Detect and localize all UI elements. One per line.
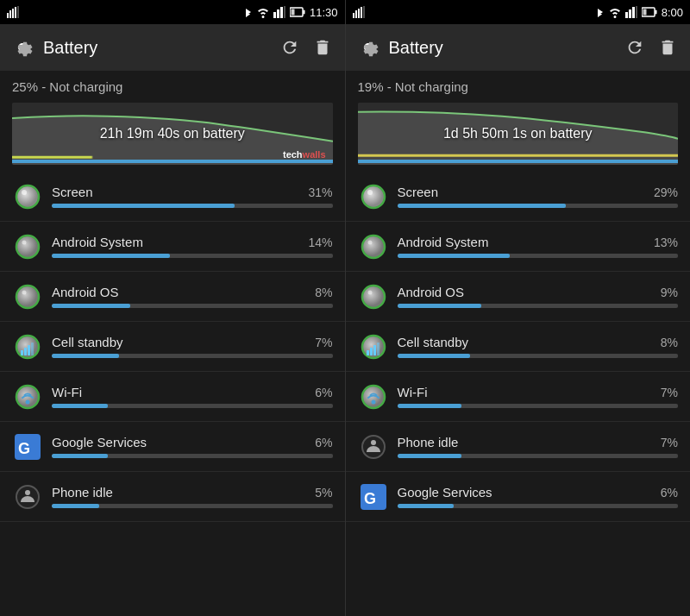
svg-rect-36: [632, 7, 635, 18]
panel-left: 11:30 Battery 25% - Not charging21h 19m …: [0, 0, 346, 616]
list-item[interactable]: Cell standby 7%: [0, 322, 345, 372]
list-item[interactable]: Screen 31%: [0, 172, 345, 222]
battery-icon: [642, 7, 657, 17]
signal-icon: [353, 6, 365, 18]
battery-graph: 1d 5h 50m 1s on battery: [358, 103, 679, 165]
item-icon: [358, 231, 389, 262]
list-item[interactable]: G Google Services 6%: [0, 422, 345, 472]
list-item[interactable]: Phone idle 5%: [0, 472, 345, 522]
list-item[interactable]: Cell standby 8%: [346, 322, 691, 372]
android-icon: [360, 233, 387, 261]
svg-point-23: [16, 386, 39, 408]
item-bar-background: [398, 354, 679, 358]
list-item[interactable]: G Google Services 6%: [346, 472, 691, 522]
item-name: Screen: [52, 185, 93, 199]
android-icon: [360, 283, 387, 311]
item-icon: [12, 231, 43, 262]
list-item[interactable]: Wi-Fi 7%: [346, 372, 691, 422]
svg-rect-8: [284, 6, 285, 18]
item-percentage: 5%: [315, 486, 332, 500]
header-title: Battery: [389, 38, 624, 58]
item-icon: [358, 381, 389, 412]
item-bar-background: [398, 254, 679, 258]
item-name: Google Services: [52, 435, 147, 449]
svg-rect-48: [367, 350, 369, 355]
list-item[interactable]: Wi-Fi 6%: [0, 372, 345, 422]
phone-icon: [14, 483, 41, 511]
item-percentage: 31%: [308, 185, 332, 199]
svg-rect-34: [625, 12, 628, 18]
svg-rect-20: [24, 348, 27, 355]
screen-icon: [14, 183, 41, 211]
item-name: Screen: [398, 185, 439, 199]
svg-rect-10: [303, 10, 304, 15]
item-bar-fill: [398, 404, 462, 408]
svg-rect-3: [15, 7, 16, 18]
item-content: Android System 13%: [398, 235, 679, 258]
item-percentage: 13%: [654, 236, 678, 249]
svg-point-53: [371, 399, 375, 404]
battery-time-label: 1d 5h 50m 1s on battery: [443, 126, 593, 141]
item-name: Cell standby: [398, 335, 469, 349]
battery-icon: [290, 7, 305, 17]
item-icon: G: [12, 431, 43, 462]
list-item[interactable]: Android OS 8%: [0, 272, 345, 322]
item-content: Android OS 9%: [398, 285, 679, 308]
item-name: Android OS: [398, 285, 465, 299]
item-name: Android OS: [52, 285, 119, 299]
svg-rect-35: [629, 9, 631, 18]
bluetooth-icon: [596, 6, 605, 18]
item-name: Phone idle: [52, 485, 113, 500]
list-item[interactable]: Android System 14%: [0, 222, 345, 272]
phone-icon: [360, 433, 387, 461]
svg-rect-1: [9, 10, 11, 18]
item-content: Cell standby 7%: [52, 335, 333, 358]
delete-button[interactable]: [656, 35, 680, 60]
svg-point-15: [22, 240, 27, 244]
cell-icon: [360, 333, 387, 361]
svg-rect-37: [636, 6, 637, 18]
delete-button[interactable]: [310, 35, 335, 60]
item-icon: [12, 281, 43, 312]
list-item[interactable]: Phone idle 7%: [346, 422, 691, 472]
svg-rect-5: [273, 12, 276, 18]
status-left: [353, 6, 365, 18]
item-content: Wi-Fi 6%: [52, 385, 333, 408]
svg-point-24: [26, 399, 30, 404]
item-icon: [12, 331, 43, 362]
item-icon: [12, 481, 43, 512]
item-name: Android System: [398, 235, 489, 249]
refresh-button[interactable]: [623, 35, 647, 60]
refresh-button[interactable]: [278, 35, 302, 60]
item-content: Wi-Fi 7%: [398, 385, 679, 408]
item-bar-fill: [398, 354, 471, 358]
item-name-row: Wi-Fi 7%: [398, 385, 679, 399]
item-bar-fill: [398, 254, 510, 258]
item-name: Google Services: [398, 485, 492, 500]
item-bar-background: [52, 404, 333, 408]
item-name: Cell standby: [52, 335, 123, 349]
wifi-icon: [257, 6, 269, 18]
item-percentage: 8%: [315, 286, 332, 299]
item-content: Android System 14%: [52, 235, 333, 258]
item-name-row: Phone idle 7%: [398, 435, 679, 449]
item-bar-fill: [52, 304, 130, 308]
svg-point-12: [16, 185, 39, 208]
svg-rect-30: [355, 10, 357, 18]
item-bar-fill: [52, 504, 99, 508]
item-bar-fill: [398, 504, 454, 508]
list-item[interactable]: Android OS 9%: [346, 272, 691, 322]
wifi-icon: [609, 6, 621, 18]
svg-point-28: [25, 490, 30, 495]
item-name: Wi-Fi: [52, 385, 82, 399]
item-bar-background: [52, 254, 333, 258]
svg-rect-11: [291, 9, 294, 16]
list-item[interactable]: Android System 13%: [346, 222, 691, 272]
item-name: Wi-Fi: [398, 385, 428, 399]
list-item[interactable]: Screen 29%: [346, 172, 691, 222]
svg-rect-39: [655, 10, 656, 15]
header-actions: [623, 35, 680, 60]
svg-point-42: [367, 190, 373, 195]
item-bar-background: [398, 304, 679, 308]
item-bar-background: [52, 354, 333, 358]
